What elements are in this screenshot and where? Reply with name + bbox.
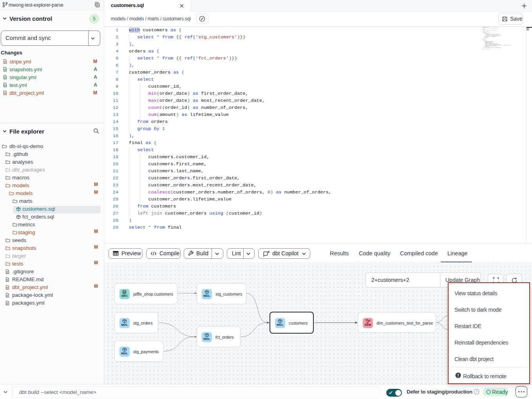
svg-text:?: ? [476,390,478,394]
